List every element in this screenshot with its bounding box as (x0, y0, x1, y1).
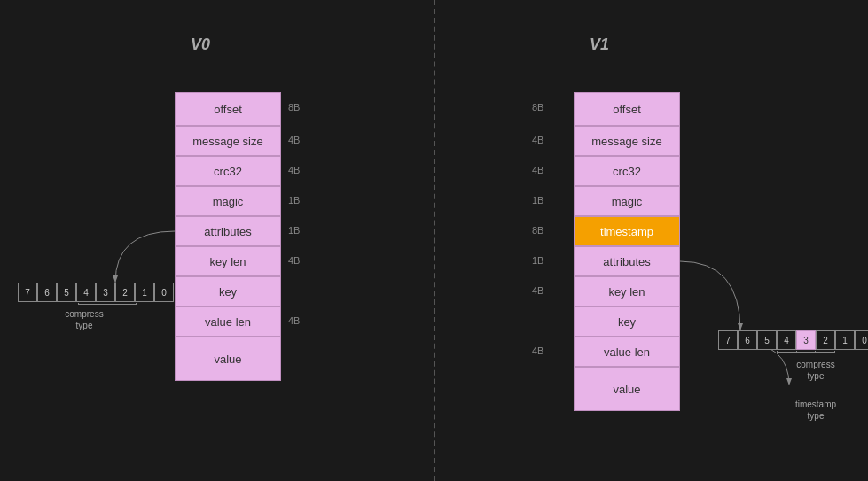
v0-version-label: V0 (191, 35, 210, 54)
v1-timestamp-type-label: timestamptype (780, 399, 851, 422)
v0-size-magic: 1B (288, 195, 300, 206)
v1-field-attributes: attributes (574, 246, 680, 276)
v0-field-message-size: message size (175, 126, 281, 156)
v1-bit-diagram: 7 6 5 4 3 2 1 0 (718, 330, 868, 350)
v0-field-offset: offset (175, 92, 281, 126)
v0-size-key-len: 4B (288, 255, 300, 266)
v1-bit-1: 1 (835, 330, 855, 350)
v1-bit-0: 0 (855, 330, 868, 350)
v0-size-crc32: 4B (288, 165, 300, 175)
v0-field-value: value (175, 337, 281, 381)
v1-bit-2: 2 (816, 330, 835, 350)
v0-size-offset: 8B (288, 102, 300, 112)
v1-bit-7: 7 (718, 330, 738, 350)
v1-size-offset: 8B (532, 102, 543, 112)
v0-field-key: key (175, 276, 281, 306)
v1-size-timestamp: 8B (532, 225, 543, 236)
v1-size-attributes: 1B (532, 255, 543, 266)
v0-field-crc32: crc32 (175, 156, 281, 186)
v1-field-key-len: key len (574, 276, 680, 306)
v1-size-magic: 1B (532, 195, 543, 206)
v1-field-offset: offset (574, 92, 680, 126)
v0-field-magic: magic (175, 186, 281, 216)
v1-size-value-len: 4B (532, 345, 543, 356)
v1-bit-5: 5 (757, 330, 777, 350)
v1-size-crc32: 4B (532, 165, 543, 175)
v0-bit-6: 6 (37, 283, 57, 302)
v0-bit-0: 0 (154, 283, 174, 302)
v0-size-attributes: 1B (288, 225, 300, 236)
v1-size-message-size: 4B (532, 135, 543, 145)
v1-bit-3: 3 (796, 330, 816, 350)
v0-compress-type-label: compresstype (49, 308, 120, 331)
v0-size-message-size: 4B (288, 135, 300, 145)
v0-bracket (78, 303, 137, 305)
v0-bit-5: 5 (57, 283, 76, 302)
v0-bit-3: 3 (96, 283, 115, 302)
v1-field-timestamp: timestamp (574, 216, 680, 246)
v0-field-value-len: value len (175, 306, 281, 337)
v1-version-label: V1 (590, 35, 609, 54)
diagram-container: V0 V1 offset 8B message size 4B crc32 4B… (0, 0, 868, 481)
v1-field-magic: magic (574, 186, 680, 216)
v1-bracket-timestamp (796, 351, 816, 353)
v0-bit-4: 4 (76, 283, 96, 302)
v1-size-key-len: 4B (532, 285, 543, 296)
v1-field-crc32: crc32 (574, 156, 680, 186)
v0-field-key-len: key len (175, 246, 281, 276)
v1-bit-4: 4 (777, 330, 796, 350)
v0-field-attributes: attributes (175, 216, 281, 246)
v1-field-value-len: value len (574, 337, 680, 367)
v0-bit-1: 1 (135, 283, 154, 302)
v1-field-value: value (574, 367, 680, 411)
v0-bit-7: 7 (18, 283, 37, 302)
center-divider (434, 0, 435, 481)
v1-field-key: key (574, 306, 680, 337)
v0-bit-diagram: 7 6 5 4 3 2 1 0 (18, 283, 174, 302)
v0-bit-2: 2 (115, 283, 135, 302)
v1-bit-6: 6 (738, 330, 757, 350)
v1-compress-type-label: compresstype (780, 359, 851, 382)
v0-size-value-len: 4B (288, 315, 300, 326)
v1-field-message-size: message size (574, 126, 680, 156)
